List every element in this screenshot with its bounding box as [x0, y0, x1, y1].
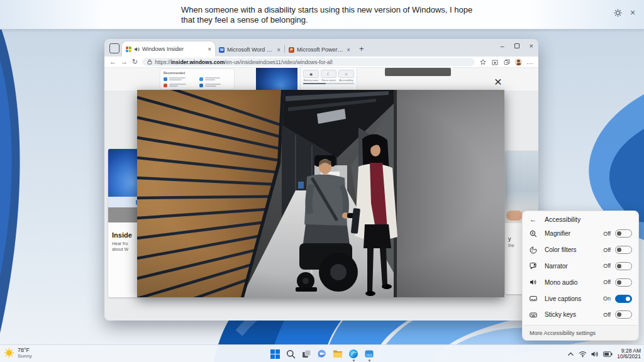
url-path: /en-us/insidewindows11/video/windows-for…	[225, 59, 332, 65]
collections-star-icon	[492, 59, 498, 65]
tab-close-button[interactable]: ×	[347, 47, 350, 53]
magnifier-toggle[interactable]	[615, 229, 632, 238]
gear-icon	[614, 9, 622, 17]
narrator-toggle[interactable]	[615, 262, 632, 270]
windows-favicon	[126, 47, 131, 52]
row-label: Live captions	[545, 295, 603, 302]
task-view-icon	[302, 349, 311, 359]
row-label: Color filters	[545, 246, 603, 253]
video-player[interactable]	[137, 90, 504, 297]
windows-start-icon	[270, 349, 280, 359]
edge-browser-button[interactable]	[346, 346, 361, 361]
file-explorer-button[interactable]	[330, 346, 345, 361]
color-filters-icon	[530, 246, 538, 254]
row-mono-audio[interactable]: Mono audio Off	[523, 274, 638, 290]
mono-audio-toggle[interactable]	[615, 278, 632, 287]
more-accessibility-settings-link[interactable]: More Accessibility settings	[523, 325, 638, 340]
quick-setting-label: Focus assist	[321, 79, 336, 82]
wifi-icon[interactable]	[579, 351, 587, 358]
folder-icon	[333, 349, 343, 359]
hero-wallpaper-image	[256, 68, 297, 90]
sticky-keys-toggle[interactable]	[615, 310, 632, 319]
tab-close-button[interactable]: ×	[277, 47, 280, 53]
maximize-button[interactable]	[514, 43, 519, 48]
speaker-icon[interactable]	[591, 351, 599, 358]
weather-widget[interactable]: 78°F Sunny	[4, 347, 32, 359]
panel-header: ← Accessibility	[523, 211, 638, 226]
tray-chevron-up-icon[interactable]	[567, 351, 574, 357]
chat-button[interactable]	[314, 346, 330, 361]
sun-icon	[4, 348, 14, 358]
back-button[interactable]: ←	[530, 216, 536, 223]
narrator-icon	[530, 262, 538, 270]
word-favicon: W	[219, 47, 225, 53]
battery-saver-icon: ◉	[303, 70, 319, 78]
tab-audio-icon[interactable]	[134, 47, 140, 52]
footer-link-label: More Accessibility settings	[530, 330, 596, 336]
caption-settings-button[interactable]	[612, 7, 623, 18]
focus-assist-icon: ☾	[321, 70, 336, 78]
chat-icon	[317, 349, 327, 359]
url-domain: insider.windows.com	[171, 59, 225, 65]
forward-button[interactable]: →	[121, 58, 128, 65]
refresh-button[interactable]: ↻	[132, 58, 138, 65]
live-captions-toggle[interactable]	[615, 295, 632, 303]
accessibility-icon: ☆	[338, 70, 354, 78]
row-state: Off	[603, 279, 611, 285]
row-state: Off	[603, 312, 611, 318]
live-captions-icon	[530, 295, 538, 302]
color-filters-toggle[interactable]	[615, 246, 632, 254]
settings-menu-button[interactable]: …	[526, 58, 533, 65]
row-narrator[interactable]: Narrator Off	[523, 258, 638, 275]
row-state: Off	[603, 247, 611, 253]
profile-avatar[interactable]	[515, 58, 522, 65]
media-player-button[interactable]	[362, 346, 377, 361]
start-button[interactable]	[267, 346, 282, 361]
url-text: https://insider.windows.com/en-us/inside…	[155, 59, 332, 65]
running-indicator	[353, 359, 355, 361]
browser-extensions-button[interactable]	[503, 58, 511, 66]
address-bar[interactable]: https://insider.windows.com/en-us/inside…	[142, 58, 475, 66]
window-close-button[interactable]: ×	[530, 42, 533, 50]
hero-quick-settings-image: ◉ ☾ ☆ Battery saver Focus assist Accessi…	[301, 68, 357, 90]
search-icon	[286, 349, 296, 359]
page-hero-strip: Recommended ◉ ☾ ☆ Battery saver Focus as	[104, 68, 538, 90]
row-state: On	[603, 295, 611, 302]
collections-button[interactable]	[491, 58, 499, 66]
weather-condition: Sunny	[18, 353, 32, 359]
tab-windows-insider[interactable]: Windows Insider ×	[122, 41, 215, 57]
accessibility-quick-settings-panel: ← Accessibility Magnifier Off Color filt…	[522, 211, 639, 341]
tab-close-button[interactable]: ×	[208, 46, 211, 53]
new-tab-button[interactable]: +	[359, 44, 364, 53]
caption-close-button[interactable]: ×	[627, 7, 638, 18]
row-color-filters[interactable]: Color filters Off	[523, 242, 638, 258]
taskbar: 78°F Sunny	[0, 344, 644, 362]
tab-powerpoint-online[interactable]: P Microsoft PowerPoint Online ×	[285, 43, 354, 57]
tab-label: Microsoft Word Online	[227, 47, 274, 53]
battery-icon[interactable]	[603, 351, 613, 357]
star-icon	[480, 59, 486, 65]
row-sticky-keys[interactable]: Sticky keys Off	[523, 307, 638, 323]
tab-label: Microsoft PowerPoint Online	[297, 47, 344, 53]
live-captions-bar: When someone with a disability starts us…	[0, 0, 644, 30]
favorites-button[interactable]	[479, 58, 487, 66]
edge-icon	[348, 349, 358, 359]
row-live-captions[interactable]: Live captions On	[523, 290, 638, 307]
tab-actions-menu-button[interactable]	[109, 43, 119, 53]
clock-widget[interactable]: 9:28 AM 10/6/2021	[617, 348, 641, 360]
back-button[interactable]: ←	[109, 58, 116, 65]
video-overlay-close-button[interactable]: ×	[491, 74, 506, 89]
system-tray: 9:28 AM 10/6/2021	[567, 345, 641, 362]
tab-strip: Windows Insider × W Microsoft Word Onlin…	[104, 39, 538, 57]
layered-squares-icon	[504, 59, 510, 65]
task-view-button[interactable]	[299, 346, 314, 361]
row-magnifier[interactable]: Magnifier Off	[523, 226, 638, 242]
row-label: Magnifier	[545, 230, 603, 237]
row-state: Off	[603, 231, 611, 237]
hero-cta-button[interactable]	[385, 68, 451, 76]
tab-word-online[interactable]: W Microsoft Word Online ×	[215, 43, 284, 57]
minimize-button[interactable]: –	[500, 42, 504, 50]
search-button[interactable]	[283, 346, 298, 361]
running-indicator	[369, 359, 370, 361]
hero-start-menu-image: Recommended	[160, 69, 234, 89]
